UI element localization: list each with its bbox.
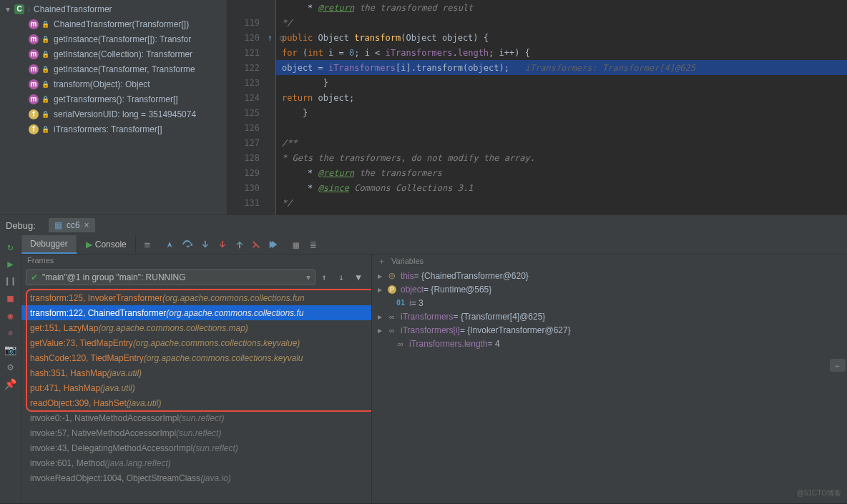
code-line[interactable]: return object; (276, 90, 847, 105)
code-line[interactable]: /** (276, 135, 847, 150)
tree-item-label: iTransformers: Transformer[] (54, 124, 162, 134)
rerun-icon[interactable]: ↻ (4, 238, 18, 255)
frame-item[interactable]: put:471, HashMap (java.util) (21, 380, 371, 395)
tree-item[interactable]: m🔒getInstance(Collection): Transformer (0, 46, 227, 61)
tree-item[interactable]: f🔒iTransformers: Transformer[] (0, 122, 227, 137)
line-number[interactable]: 131 (227, 195, 275, 210)
tab-debugger[interactable]: Debugger (21, 235, 77, 254)
threads-icon[interactable]: ≡ (139, 236, 156, 253)
tree-item[interactable]: m🔒getInstance(Transformer[]): Transfor (0, 31, 227, 46)
run-to-cursor-icon[interactable] (265, 236, 282, 253)
line-number[interactable]: 122 (227, 60, 275, 75)
pin-icon[interactable]: 📌 (4, 375, 18, 392)
thread-selector[interactable]: ✔ "main"@1 in group "main": RUNNING ▾ (26, 270, 315, 285)
frame-item[interactable]: invoke:43, DelegatingMethodAccessorImpl … (21, 440, 371, 455)
code-line[interactable]: } (276, 105, 847, 120)
collapse-vars-icon[interactable]: ⇤ (830, 359, 846, 372)
structure-tree[interactable]: C ↓ ChainedTransformer m🔒ChainedTransfor… (0, 0, 227, 214)
code-line[interactable]: public Object transform(Object object) { (276, 30, 847, 45)
next-frame-icon[interactable]: ↓ (333, 269, 350, 286)
frame-item[interactable]: transform:125, InvokerTransformer (org.a… (21, 290, 371, 305)
force-step-into-icon[interactable] (213, 236, 230, 253)
code-line[interactable]: } (276, 75, 847, 90)
tree-item[interactable]: m🔒transform(Object): Object (0, 76, 227, 92)
code-line[interactable]: * Gets the transformers, do not modify t… (276, 150, 847, 165)
prev-frame-icon[interactable]: ↑ (315, 269, 333, 286)
frame-item[interactable]: get:151, LazyMap (org.apache.commons.col… (21, 320, 371, 335)
tree-item[interactable]: f🔒serialVersionUID: long = 3514945074 (0, 107, 227, 122)
expand-icon[interactable]: ▸ (378, 312, 386, 322)
line-number[interactable]: 130 (227, 180, 275, 195)
breakpoints-icon[interactable]: ◉ (4, 307, 18, 324)
expand-icon[interactable]: ▸ (378, 271, 386, 281)
debug-run-tab[interactable]: ▦ cc6 × (49, 218, 95, 232)
drop-frame-icon[interactable] (248, 236, 265, 253)
frame-main: transform:125, InvokerTransformer (30, 293, 162, 303)
add-watch-icon[interactable]: ＋ (378, 256, 386, 267)
filter-icon[interactable]: ▼ (350, 269, 367, 286)
code-line[interactable]: */ (276, 195, 847, 210)
var-row[interactable]: ▸Pobject = {Runtime@565} (372, 282, 847, 296)
code-line[interactable]: * @return the transformed result (276, 0, 847, 15)
editor-code[interactable]: * @return the transformed result */ publ… (276, 0, 847, 214)
frame-item[interactable]: invoke:57, NativeMethodAccessorImpl (sun… (21, 425, 371, 440)
code-line[interactable] (276, 120, 847, 135)
step-out-icon[interactable] (230, 236, 248, 253)
line-number[interactable]: 127 (227, 135, 275, 150)
frame-item[interactable]: readObject:309, HashSet (java.util) (21, 395, 371, 410)
code-line[interactable]: for (int i = 0; i < iTransformers.length… (276, 45, 847, 60)
line-number[interactable]: 121 (227, 45, 275, 60)
expand-icon[interactable] (6, 4, 14, 14)
var-list[interactable]: ▸◎this = {ChainedTransformer@620}▸Pobjec… (372, 267, 847, 352)
frame-item[interactable]: hash:351, HashMap (java.util) (21, 365, 371, 380)
frame-item[interactable]: invoke0:-1, NativeMethodAccessorImpl (su… (21, 410, 371, 425)
line-number[interactable]: 129 (227, 165, 275, 180)
line-number[interactable]: 128 (227, 150, 275, 165)
tree-item[interactable]: m🔒getTransformers(): Transformer[] (0, 92, 227, 107)
var-row[interactable]: 01i = 3 (372, 296, 847, 310)
step-over-icon[interactable] (179, 236, 196, 253)
code-line[interactable]: * @since Commons Collections 3.1 (276, 180, 847, 195)
code-line[interactable]: object = iTransformers[i].transform(obje… (276, 60, 847, 75)
line-number[interactable]: 126 (227, 120, 275, 135)
tree-root[interactable]: C ↓ ChainedTransformer (0, 1, 227, 16)
var-row[interactable]: ∞iTransformers.length = 4 (372, 337, 847, 350)
settings-icon[interactable]: ⚙ (4, 358, 18, 375)
mute-bp-icon[interactable]: ⊘ (4, 324, 18, 341)
frame-item[interactable]: hashCode:120, TiedMapEntry (org.apache.c… (21, 350, 371, 365)
line-number[interactable]: 123 (227, 75, 275, 90)
var-row[interactable]: ▸◎this = {ChainedTransformer@620} (372, 269, 847, 282)
resume-icon[interactable]: ▶ (4, 255, 18, 272)
step-into-icon[interactable] (196, 236, 213, 253)
code-line[interactable]: * @return the transformers (276, 165, 847, 180)
line-number[interactable]: 119 (227, 15, 275, 30)
tree-item[interactable]: m🔒getInstance(Transformer, Transforme (0, 61, 227, 76)
tab-console[interactable]: ▶Console (77, 236, 136, 253)
line-number[interactable]: 125 (227, 105, 275, 120)
frame-item[interactable]: transform:122, ChainedTransformer (org.a… (21, 305, 371, 320)
var-row[interactable]: ▸∞iTransformers = {Transformer[4]@625} (372, 310, 847, 323)
lock-icon: 🔒 (41, 96, 49, 103)
expand-icon[interactable]: ▸ (378, 325, 386, 335)
expand-icon[interactable]: ▸ (378, 285, 386, 295)
frame-item[interactable]: invoke:601, Method (java.lang.reflect) (21, 455, 371, 470)
close-icon[interactable]: × (84, 220, 89, 230)
camera-icon[interactable]: 📷 (4, 341, 18, 358)
frame-item[interactable]: getValue:73, TiedMapEntry (org.apache.co… (21, 335, 371, 350)
tree-item[interactable]: m🔒ChainedTransformer(Transformer[]) (0, 16, 227, 31)
chevron-down-icon[interactable]: ▾ (306, 272, 310, 282)
var-row[interactable]: ▸∞iTransformers[i] = {InvokerTransformer… (372, 323, 847, 337)
frame-item[interactable]: invokeReadObject:1004, ObjectStreamClass… (21, 470, 371, 485)
evaluate-icon[interactable]: ▦ (288, 236, 305, 253)
line-number[interactable] (227, 0, 275, 15)
line-number[interactable]: 124 (227, 90, 275, 105)
pause-icon[interactable]: ❙❙ (4, 272, 18, 290)
code-editor[interactable]: 119120↑◯12112212312412512612712812913013… (227, 0, 847, 214)
code-line[interactable]: */ (276, 15, 847, 30)
stop-icon[interactable]: ■ (4, 290, 18, 307)
show-exec-icon[interactable] (162, 236, 179, 253)
override-up-icon[interactable]: ↑ (268, 33, 273, 43)
frame-list[interactable]: transform:125, InvokerTransformer (org.a… (21, 287, 371, 503)
line-number[interactable]: 120↑◯ (227, 30, 275, 45)
trace-icon[interactable]: ≣ (305, 236, 322, 253)
